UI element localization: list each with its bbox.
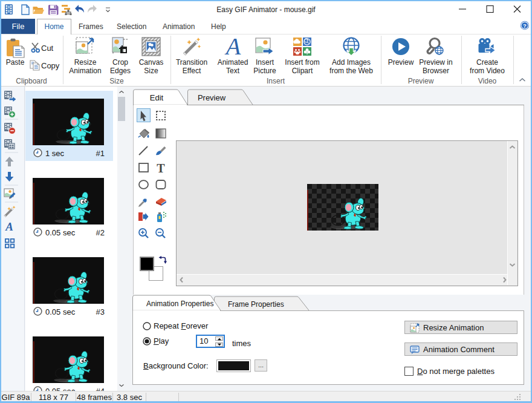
svg-text:T: T xyxy=(157,162,165,175)
svg-text:?: ? xyxy=(523,22,527,29)
svg-text:A: A xyxy=(5,220,13,233)
